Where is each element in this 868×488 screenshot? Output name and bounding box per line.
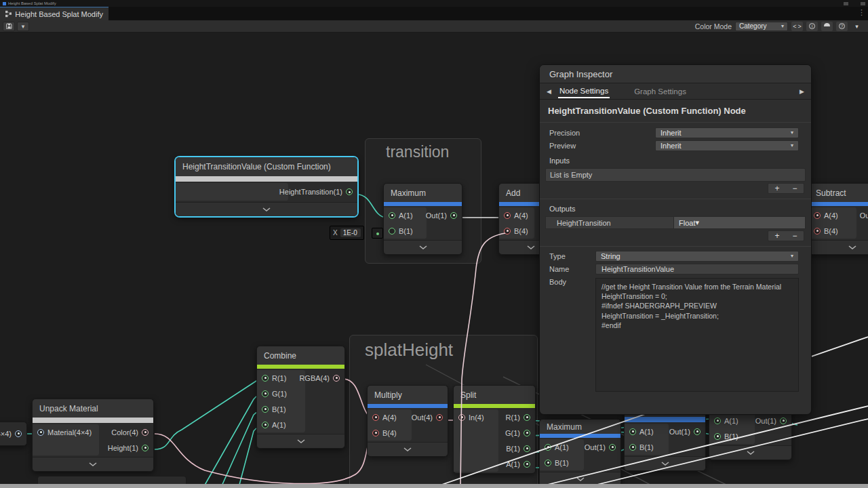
output-port-rgba[interactable] <box>333 375 340 382</box>
help-button[interactable]: ? <box>836 22 848 31</box>
tab-height-based-splat-modify[interactable]: Height Based Splat Modify <box>0 7 108 20</box>
output-port[interactable] <box>780 418 787 424</box>
float-input-label: X <box>333 229 338 237</box>
output-port[interactable] <box>436 414 443 421</box>
node-subtract[interactable]: Subtract A(4) Out(4) B(4) <box>808 183 868 255</box>
output-name-field[interactable]: HeightTransition <box>545 216 673 229</box>
tab-scroll-right-icon[interactable]: ▶ <box>800 88 804 95</box>
output-port-heighttransition[interactable] <box>346 188 353 195</box>
node-combine[interactable]: Combine R(1) RGBA(4) G(1) B(1) A(1) <box>256 346 345 449</box>
output-type-dropdown[interactable]: Float▾ <box>673 216 806 229</box>
window-title: Height Based Splat Modify <box>8 1 831 5</box>
input-port-a[interactable] <box>629 428 636 435</box>
tab-scroll-left-icon[interactable]: ◀ <box>547 88 551 95</box>
port-label: A(1) <box>399 211 413 220</box>
port-label: A(4) <box>824 211 838 220</box>
collapse-button[interactable] <box>176 202 357 216</box>
input-port-in[interactable] <box>458 414 465 421</box>
node-heighttransitionvalue[interactable]: HeightTransitionValue (Custom Function) … <box>175 157 358 217</box>
remove-input-button[interactable]: − <box>786 184 804 193</box>
input-port-material[interactable] <box>37 429 44 436</box>
input-port-b[interactable] <box>504 228 511 235</box>
input-port-b[interactable] <box>372 430 379 436</box>
node-split[interactable]: Split In(4) R(1) G(1) B(1) A(1) <box>453 385 536 474</box>
tab-node-settings[interactable]: Node Settings <box>558 85 610 98</box>
kebab-menu-icon[interactable]: ⋮ <box>858 8 865 17</box>
input-port-r[interactable] <box>262 375 269 382</box>
collapse-button[interactable] <box>625 456 705 470</box>
input-port-b[interactable] <box>714 433 721 440</box>
type-dropdown[interactable]: String▾ <box>595 251 799 262</box>
output-port-height[interactable] <box>142 445 149 451</box>
group-splatheight-label[interactable]: splatHeight <box>350 336 537 365</box>
node-multiply[interactable]: Multiply A(4) Out(4) B(4) <box>367 385 448 457</box>
collapse-button[interactable] <box>257 434 344 448</box>
node-unpack-material[interactable]: Unpack Material Material(4×4) Color(4) H… <box>32 399 154 472</box>
body-code-field[interactable]: //get the Height Transition Value from t… <box>595 278 799 392</box>
inspector-title[interactable]: Graph Inspector <box>540 65 811 83</box>
maximize-icon[interactable] <box>844 2 848 5</box>
close-icon[interactable] <box>861 2 865 5</box>
collapse-button[interactable] <box>384 240 462 254</box>
save-options-dropdown[interactable]: ▾ <box>17 22 29 31</box>
input-port-a[interactable] <box>372 414 379 421</box>
chevron-down-icon <box>662 462 669 465</box>
chevron-down-icon: ▾ <box>791 129 793 136</box>
output-port-a[interactable] <box>524 461 530 468</box>
collapse-button[interactable] <box>809 240 868 254</box>
group-transition-label[interactable]: transition <box>366 139 481 165</box>
port-label: Out(1) <box>585 443 606 451</box>
float-input-value[interactable]: 1E-0 <box>340 228 361 237</box>
divider <box>540 199 811 199</box>
output-port[interactable] <box>450 212 457 219</box>
output-port[interactable] <box>609 444 616 451</box>
port-label: R(1) <box>272 374 286 382</box>
chevron-down-icon: ▾ <box>791 142 793 148</box>
name-field[interactable]: HeightTransitionValue <box>595 264 799 274</box>
output-port-color[interactable] <box>142 429 149 436</box>
input-port-a[interactable] <box>504 212 511 219</box>
output-port[interactable] <box>694 428 701 435</box>
input-port-g[interactable] <box>262 390 269 397</box>
input-port-b[interactable] <box>629 444 636 451</box>
input-port-b[interactable] <box>262 406 269 413</box>
input-port-a[interactable] <box>545 444 551 451</box>
color-mode-dropdown[interactable]: Category▾ <box>735 22 788 31</box>
node-maximum-top[interactable]: Maximum A(1) Out(1) B(1) <box>383 183 462 255</box>
port-label: B(4) <box>514 227 528 235</box>
node-maximum-bottom[interactable]: Maximum A(1) Out(1) B(1) <box>539 419 621 487</box>
add-output-button[interactable]: + <box>768 231 786 241</box>
output-port[interactable] <box>15 430 22 437</box>
port-label: B(1) <box>272 405 286 413</box>
remove-output-button[interactable]: − <box>786 231 804 241</box>
output-port-r[interactable] <box>524 414 530 421</box>
tab-graph-settings[interactable]: Graph Settings <box>634 87 686 96</box>
collapse-button[interactable] <box>709 445 791 460</box>
show-generated-code-button[interactable]: < > <box>791 22 803 31</box>
input-port-a[interactable] <box>814 212 821 219</box>
output-port-b[interactable] <box>524 445 530 452</box>
node-title: Maximum <box>547 422 582 432</box>
input-port-b[interactable] <box>814 228 821 235</box>
port-label: R(1) <box>506 413 520 422</box>
precision-dropdown[interactable]: Inherit▾ <box>655 127 799 138</box>
add-input-button[interactable]: + <box>768 184 786 193</box>
graph-inspector-toggle-button[interactable]: i <box>806 22 818 31</box>
input-port-b[interactable] <box>389 228 395 235</box>
outputs-section-label: Outputs <box>549 205 811 213</box>
more-options-button[interactable]: ▾ <box>851 22 863 31</box>
input-port-a[interactable] <box>714 418 721 424</box>
input-port-b[interactable] <box>545 460 551 466</box>
chevron-down-icon <box>577 478 584 481</box>
port-label: Out(4) <box>860 211 868 220</box>
input-port-a[interactable] <box>389 212 395 219</box>
save-asset-button[interactable] <box>3 22 15 31</box>
node-offscreen-left[interactable]: (4×4) <box>0 422 27 446</box>
blackboard-toggle-button[interactable] <box>821 22 833 31</box>
input-port-a[interactable] <box>262 422 269 428</box>
collapse-button[interactable] <box>368 442 448 456</box>
preview-dropdown[interactable]: Inherit▾ <box>655 140 799 151</box>
collapse-button[interactable] <box>33 457 153 471</box>
output-port-g[interactable] <box>524 430 530 436</box>
float-input-x[interactable]: X 1E-0 <box>330 226 364 240</box>
